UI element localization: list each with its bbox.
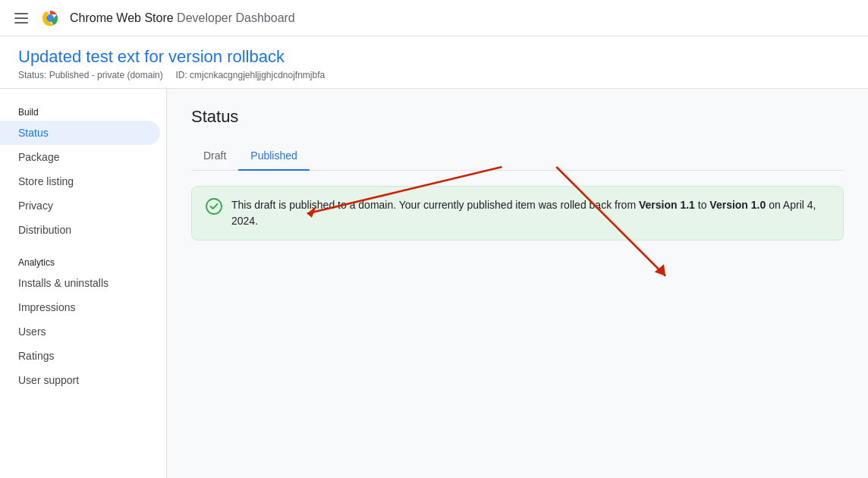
svg-point-7 (206, 199, 222, 214)
status-text: Status: Published - private (domain) (18, 70, 163, 80)
hamburger-icon[interactable] (12, 11, 30, 25)
sidebar-item-package[interactable]: Package (0, 145, 160, 169)
layout: Build Status Package Store listing Priva… (0, 89, 868, 478)
success-banner: This draft is published to a domain. You… (191, 186, 844, 241)
svg-rect-1 (14, 17, 28, 19)
build-section-label: Build (0, 101, 166, 121)
sidebar-item-status[interactable]: Status (0, 121, 160, 145)
topbar-title: Chrome Web Store Developer Dashboard (70, 11, 295, 25)
chrome-logo (39, 8, 61, 29)
svg-rect-0 (14, 13, 28, 14)
svg-rect-2 (14, 22, 28, 24)
sidebar-item-distribution[interactable]: Distribution (0, 218, 160, 242)
page-title: Updated test ext for version rollback (18, 47, 850, 67)
section-title: Status (191, 107, 844, 127)
topbar: Chrome Web Store Developer Dashboard (0, 0, 868, 36)
main-content: Status Draft Published This draft is pub… (167, 89, 868, 478)
svg-marker-11 (655, 264, 665, 275)
sidebar-item-store-listing[interactable]: Store listing (0, 169, 160, 193)
page-meta: Status: Published - private (domain) ID:… (18, 70, 850, 80)
analytics-section-label: Analytics (0, 251, 166, 271)
sidebar-item-installs[interactable]: Installs & uninstalls (0, 271, 160, 295)
sidebar: Build Status Package Store listing Priva… (0, 89, 167, 478)
extension-id: ID: cmjcnkacgngjehljjghjcdnojfnmjbfa (175, 70, 325, 80)
sidebar-item-ratings[interactable]: Ratings (0, 344, 160, 368)
banner-message: This draft is published to a domain. You… (231, 197, 829, 229)
sidebar-item-user-support[interactable]: User support (0, 368, 160, 392)
sidebar-item-impressions[interactable]: Impressions (0, 295, 160, 319)
tab-draft[interactable]: Draft (191, 142, 238, 171)
tabs-container: Draft Published (191, 142, 844, 171)
sidebar-item-users[interactable]: Users (0, 319, 160, 344)
tab-published[interactable]: Published (238, 142, 310, 171)
version-to: Version 1.0 (709, 199, 766, 211)
success-icon (206, 198, 222, 215)
svg-point-6 (48, 15, 53, 20)
page-header: Updated test ext for version rollback St… (0, 36, 868, 89)
version-from: Version 1.1 (639, 199, 695, 211)
sidebar-item-privacy[interactable]: Privacy (0, 193, 160, 218)
